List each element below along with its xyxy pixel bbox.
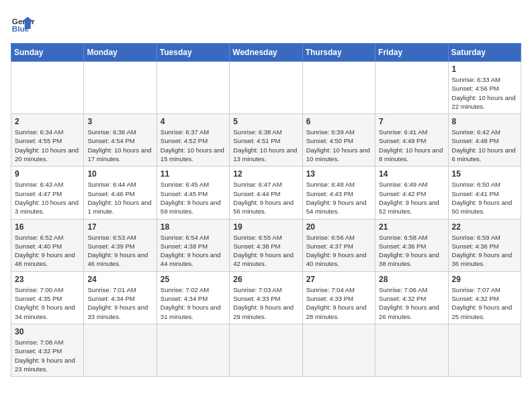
calendar-cell: 7Sunrise: 6:41 AM Sunset: 4:49 PM Daylig… — [375, 114, 448, 167]
calendar-week-row: 1Sunrise: 6:33 AM Sunset: 4:56 PM Daylig… — [11, 62, 521, 114]
day-info: Sunrise: 7:04 AM Sunset: 4:33 PM Dayligh… — [306, 285, 371, 321]
col-header-saturday: Saturday — [448, 44, 521, 62]
day-info: Sunrise: 6:55 AM Sunset: 4:38 PM Dayligh… — [233, 233, 298, 269]
day-info: Sunrise: 6:50 AM Sunset: 4:41 PM Dayligh… — [452, 180, 517, 216]
day-number: 3 — [87, 117, 152, 126]
calendar-cell: 28Sunrise: 7:06 AM Sunset: 4:32 PM Dayli… — [375, 271, 448, 324]
calendar-cell: 15Sunrise: 6:50 AM Sunset: 4:41 PM Dayli… — [448, 167, 521, 219]
day-number: 25 — [161, 275, 226, 284]
day-info: Sunrise: 6:45 AM Sunset: 4:45 PM Dayligh… — [161, 180, 226, 216]
day-number: 7 — [379, 117, 444, 126]
day-info: Sunrise: 7:07 AM Sunset: 4:32 PM Dayligh… — [452, 285, 517, 321]
day-number: 20 — [306, 222, 371, 232]
day-number: 14 — [379, 169, 444, 179]
day-number: 24 — [87, 275, 152, 284]
day-info: Sunrise: 7:03 AM Sunset: 4:33 PM Dayligh… — [233, 285, 298, 321]
calendar-cell: 16Sunrise: 6:52 AM Sunset: 4:40 PM Dayli… — [11, 219, 84, 271]
calendar-table: SundayMondayTuesdayWednesdayThursdayFrid… — [11, 43, 521, 377]
calendar-cell — [302, 62, 375, 114]
day-info: Sunrise: 7:08 AM Sunset: 4:32 PM Dayligh… — [15, 338, 80, 373]
calendar-cell — [230, 324, 302, 376]
day-number: 12 — [233, 169, 298, 179]
day-number: 13 — [306, 169, 371, 179]
day-number: 5 — [233, 117, 298, 126]
calendar-cell: 30Sunrise: 7:08 AM Sunset: 4:32 PM Dayli… — [11, 324, 84, 376]
day-info: Sunrise: 7:00 AM Sunset: 4:35 PM Dayligh… — [15, 285, 80, 321]
day-number: 1 — [452, 64, 517, 74]
day-number: 15 — [452, 169, 517, 179]
calendar-cell: 26Sunrise: 7:03 AM Sunset: 4:33 PM Dayli… — [230, 271, 302, 324]
day-info: Sunrise: 6:43 AM Sunset: 4:47 PM Dayligh… — [15, 180, 80, 216]
calendar-cell: 23Sunrise: 7:00 AM Sunset: 4:35 PM Dayli… — [11, 271, 84, 324]
day-number: 10 — [87, 169, 152, 179]
calendar-header-row: SundayMondayTuesdayWednesdayThursdayFrid… — [11, 44, 521, 62]
day-number: 17 — [87, 222, 152, 232]
day-info: Sunrise: 6:34 AM Sunset: 4:55 PM Dayligh… — [15, 128, 80, 163]
day-info: Sunrise: 6:52 AM Sunset: 4:40 PM Dayligh… — [15, 233, 80, 269]
day-number: 4 — [161, 117, 226, 126]
day-number: 27 — [306, 275, 371, 284]
day-info: Sunrise: 7:01 AM Sunset: 4:34 PM Dayligh… — [87, 285, 152, 321]
day-number: 23 — [15, 275, 80, 284]
calendar-cell: 12Sunrise: 6:47 AM Sunset: 4:44 PM Dayli… — [230, 167, 302, 219]
day-number: 11 — [161, 169, 226, 179]
calendar-cell: 10Sunrise: 6:44 AM Sunset: 4:46 PM Dayli… — [84, 167, 157, 219]
calendar-week-row: 23Sunrise: 7:00 AM Sunset: 4:35 PM Dayli… — [11, 271, 521, 324]
calendar-week-row: 16Sunrise: 6:52 AM Sunset: 4:40 PM Dayli… — [11, 219, 521, 271]
col-header-friday: Friday — [375, 44, 448, 62]
calendar-cell — [375, 324, 448, 376]
day-info: Sunrise: 7:06 AM Sunset: 4:32 PM Dayligh… — [379, 285, 444, 321]
col-header-monday: Monday — [84, 44, 157, 62]
calendar-cell: 9Sunrise: 6:43 AM Sunset: 4:47 PM Daylig… — [11, 167, 84, 219]
day-info: Sunrise: 6:47 AM Sunset: 4:44 PM Dayligh… — [233, 180, 298, 216]
day-number: 26 — [233, 275, 298, 284]
day-info: Sunrise: 6:48 AM Sunset: 4:43 PM Dayligh… — [306, 180, 371, 216]
calendar-cell — [157, 324, 229, 376]
day-number: 28 — [379, 275, 444, 284]
calendar-cell: 17Sunrise: 6:53 AM Sunset: 4:39 PM Dayli… — [84, 219, 157, 271]
calendar-cell: 24Sunrise: 7:01 AM Sunset: 4:34 PM Dayli… — [84, 271, 157, 324]
calendar-cell — [11, 62, 84, 114]
day-number: 29 — [452, 275, 517, 284]
calendar-cell: 13Sunrise: 6:48 AM Sunset: 4:43 PM Dayli… — [302, 167, 375, 219]
day-info: Sunrise: 6:58 AM Sunset: 4:36 PM Dayligh… — [379, 233, 444, 269]
day-info: Sunrise: 6:44 AM Sunset: 4:46 PM Dayligh… — [87, 180, 152, 216]
calendar-cell: 3Sunrise: 6:36 AM Sunset: 4:54 PM Daylig… — [84, 114, 157, 167]
calendar-cell — [448, 324, 521, 376]
day-info: Sunrise: 6:36 AM Sunset: 4:54 PM Dayligh… — [87, 128, 152, 163]
day-info: Sunrise: 6:56 AM Sunset: 4:37 PM Dayligh… — [306, 233, 371, 269]
calendar-cell: 14Sunrise: 6:49 AM Sunset: 4:42 PM Dayli… — [375, 167, 448, 219]
calendar-cell: 20Sunrise: 6:56 AM Sunset: 4:37 PM Dayli… — [302, 219, 375, 271]
calendar-cell: 4Sunrise: 6:37 AM Sunset: 4:52 PM Daylig… — [157, 114, 229, 167]
day-info: Sunrise: 6:33 AM Sunset: 4:56 PM Dayligh… — [452, 75, 517, 111]
calendar-cell: 8Sunrise: 6:42 AM Sunset: 4:48 PM Daylig… — [448, 114, 521, 167]
calendar-cell — [157, 62, 229, 114]
day-number: 21 — [379, 222, 444, 232]
day-info: Sunrise: 6:42 AM Sunset: 4:48 PM Dayligh… — [452, 128, 517, 163]
calendar-cell: 18Sunrise: 6:54 AM Sunset: 4:38 PM Dayli… — [157, 219, 229, 271]
col-header-thursday: Thursday — [302, 44, 375, 62]
day-number: 22 — [452, 222, 517, 232]
day-number: 30 — [15, 327, 80, 336]
page-header: General Blue — [11, 11, 521, 35]
calendar-cell: 19Sunrise: 6:55 AM Sunset: 4:38 PM Dayli… — [230, 219, 302, 271]
col-header-tuesday: Tuesday — [157, 44, 229, 62]
logo: General Blue — [11, 11, 35, 35]
logo-icon: General Blue — [11, 11, 35, 35]
calendar-cell: 1Sunrise: 6:33 AM Sunset: 4:56 PM Daylig… — [448, 62, 521, 114]
day-number: 2 — [15, 117, 80, 126]
calendar-week-row: 9Sunrise: 6:43 AM Sunset: 4:47 PM Daylig… — [11, 167, 521, 219]
day-number: 18 — [161, 222, 226, 232]
day-info: Sunrise: 6:53 AM Sunset: 4:39 PM Dayligh… — [87, 233, 152, 269]
calendar-cell: 22Sunrise: 6:59 AM Sunset: 4:36 PM Dayli… — [448, 219, 521, 271]
col-header-wednesday: Wednesday — [230, 44, 302, 62]
day-info: Sunrise: 6:37 AM Sunset: 4:52 PM Dayligh… — [161, 128, 226, 163]
calendar-cell — [375, 62, 448, 114]
calendar-cell: 29Sunrise: 7:07 AM Sunset: 4:32 PM Dayli… — [448, 271, 521, 324]
calendar-cell: 21Sunrise: 6:58 AM Sunset: 4:36 PM Dayli… — [375, 219, 448, 271]
day-info: Sunrise: 6:59 AM Sunset: 4:36 PM Dayligh… — [452, 233, 517, 269]
calendar-cell: 25Sunrise: 7:02 AM Sunset: 4:34 PM Dayli… — [157, 271, 229, 324]
calendar-cell — [84, 324, 157, 376]
day-info: Sunrise: 6:41 AM Sunset: 4:49 PM Dayligh… — [379, 128, 444, 163]
calendar-cell: 27Sunrise: 7:04 AM Sunset: 4:33 PM Dayli… — [302, 271, 375, 324]
